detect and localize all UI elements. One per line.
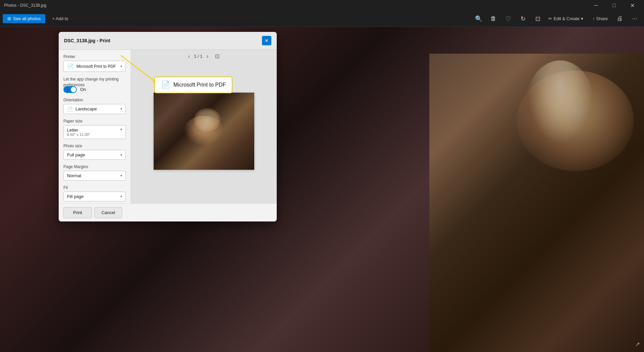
printer-label: Printer	[63, 54, 126, 59]
toggle-state-label: On	[80, 87, 86, 92]
photo-size-label: Photo size	[63, 144, 126, 148]
page-margins-select[interactable]: Normal ▾	[63, 171, 126, 181]
printer-select[interactable]: 📄 Microsoft Print to PDF ▾	[63, 61, 126, 72]
page-margins-chevron-icon: ▾	[120, 174, 122, 178]
favorite-button[interactable]: ♡	[501, 12, 515, 26]
print-icon: 🖨	[617, 15, 623, 22]
maximize-button[interactable]: □	[606, 0, 622, 11]
cancel-button[interactable]: Cancel	[95, 207, 122, 218]
heart-icon: ♡	[505, 15, 511, 22]
dialog-title: DSC_3138.jpg - Print	[64, 38, 110, 43]
expand-corner-button[interactable]: ↗	[635, 341, 640, 348]
zoom-button[interactable]: 🔍	[472, 12, 485, 26]
edit-create-label: Edit & Create	[553, 16, 579, 21]
paper-size-label: Paper size	[63, 119, 126, 123]
paper-size-dims: 8.50" x 11.00"	[67, 133, 90, 137]
window-title: Photos - DSC_3138.jpg	[4, 3, 46, 8]
edit-create-button[interactable]: ✏ Edit & Create ▾	[544, 14, 587, 23]
share-button[interactable]: ↑ Share	[589, 14, 612, 23]
add-to-label: + Add to	[52, 16, 68, 21]
paper-size-content: Letter 8.50" x 11.00"	[67, 128, 90, 137]
print-settings-panel: Printer 📄 Microsoft Print to PDF ▾ Let t…	[59, 50, 131, 203]
delete-button[interactable]: 🗑	[487, 12, 500, 26]
share-label: Share	[596, 16, 608, 21]
page-margins-section: Page Margins Normal ▾	[63, 164, 126, 181]
paper-size-chevron-icon: ▾	[120, 128, 122, 131]
orientation-chevron-icon: ▾	[120, 107, 122, 111]
more-button[interactable]: ···	[628, 12, 641, 26]
fit-section: Fit Fill page ▾	[63, 185, 126, 201]
page-margins-value: Normal	[67, 173, 81, 178]
print-preview-panel: ‹ 1 / 1 › ⊡	[131, 50, 277, 203]
landscape-icon: 📄	[67, 106, 73, 112]
photo-size-section: Photo size Full page ▾	[63, 144, 126, 160]
orientation-section: Orientation 📄 Landscape ▾	[63, 98, 126, 114]
toggle-switch[interactable]	[63, 86, 77, 93]
preview-page-info: 1 / 1	[194, 54, 202, 59]
printer-select-content: 📄 Microsoft Print to PDF	[67, 63, 120, 69]
paper-size-section: Paper size Letter 8.50" x 11.00" ▾	[63, 119, 126, 139]
share-icon: ↑	[593, 16, 595, 21]
rotate-icon: ↻	[521, 15, 526, 22]
dropdown-icon: ▾	[581, 16, 583, 21]
delete-icon: 🗑	[490, 15, 496, 22]
preview-next-button[interactable]: ›	[207, 53, 208, 59]
callout-printer-name: Microsoft Print to PDF	[173, 82, 226, 88]
add-to-button[interactable]: + Add to	[48, 14, 72, 23]
dialog-header: DSC_3138.jpg - Print ✕	[59, 32, 277, 50]
photo-size-select[interactable]: Full page ▾	[63, 150, 126, 160]
paper-size-select[interactable]: Letter 8.50" x 11.00" ▾	[63, 125, 126, 139]
more-icon: ···	[632, 15, 637, 22]
preview-expand-button[interactable]: ⊡	[215, 53, 219, 59]
prefs-section: Let the app change my printing preferenc…	[63, 77, 126, 93]
printer-select-icon: 📄	[67, 63, 74, 69]
dialog-footer: Print Cancel	[59, 203, 277, 221]
print-confirm-button[interactable]: Print	[63, 207, 92, 218]
title-bar: Photos - DSC_3138.jpg ─ □ ✕	[0, 0, 644, 11]
preview-prev-button[interactable]: ‹	[188, 53, 190, 59]
dialog-body: Printer 📄 Microsoft Print to PDF ▾ Let t…	[59, 50, 277, 203]
printer-callout: 📄 Microsoft Print to PDF	[154, 77, 232, 93]
window-controls: ─ □ ✕	[588, 0, 640, 11]
fit-chevron-icon: ▾	[120, 195, 122, 198]
orientation-label: Orientation	[63, 98, 126, 102]
fit-label: Fit	[63, 185, 126, 190]
close-button[interactable]: ✕	[625, 0, 640, 11]
edit-icon: ✏	[548, 16, 552, 21]
printer-section: Printer 📄 Microsoft Print to PDF ▾	[63, 54, 126, 72]
orientation-content: 📄 Landscape	[67, 106, 120, 112]
see-all-photos-label: See all photos	[13, 16, 41, 21]
app-toolbar: ⊞ See all photos + Add to 🔍 🗑 ♡ ↻ ⊡ ✏ Ed…	[0, 11, 644, 27]
zoom-icon: 🔍	[475, 15, 482, 22]
dialog-close-button[interactable]: ✕	[262, 36, 271, 45]
callout-printer-icon: 📄	[161, 81, 170, 89]
fit-value: Fill page	[67, 194, 84, 199]
photos-icon: ⊞	[7, 16, 11, 21]
paper-size-name: Letter	[67, 128, 90, 133]
preview-paper	[154, 93, 254, 170]
minimize-button[interactable]: ─	[588, 0, 604, 11]
crop-icon: ⊡	[535, 15, 540, 22]
preview-navigation: ‹ 1 / 1 › ⊡	[188, 53, 219, 59]
fit-select[interactable]: Fill page ▾	[63, 192, 126, 201]
toolbar-right: ✏ Edit & Create ▾ ↑ Share 🖨 ···	[544, 12, 641, 26]
toggle-row: On	[63, 86, 126, 93]
rotate-button[interactable]: ↻	[516, 12, 530, 26]
photo-size-chevron-icon: ▾	[120, 153, 122, 157]
see-all-photos-button[interactable]: ⊞ See all photos	[3, 14, 45, 23]
photo-size-value: Full page	[67, 152, 85, 157]
printer-select-value: Microsoft Print to PDF	[76, 64, 116, 69]
orientation-value: Landscape	[75, 106, 97, 111]
crop-button[interactable]: ⊡	[531, 12, 544, 26]
print-button[interactable]: 🖨	[613, 12, 627, 26]
page-margins-label: Page Margins	[63, 164, 126, 169]
orientation-select[interactable]: 📄 Landscape ▾	[63, 104, 126, 114]
print-dialog: DSC_3138.jpg - Print ✕ Printer 📄 Microso…	[59, 32, 277, 221]
printer-chevron-icon: ▾	[120, 64, 122, 68]
